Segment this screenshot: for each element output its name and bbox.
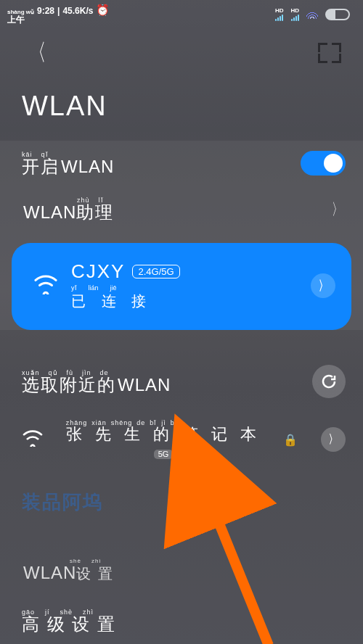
band-tag: 2.4G/5G xyxy=(132,265,179,278)
enable-wlan-row[interactable]: kāiqǐ 开启WLAN xyxy=(0,141,363,187)
back-button[interactable]: 〈 xyxy=(30,37,46,69)
connected-network-card[interactable]: CJXY 2.4G/5G yǐliánjiē 已 连 接 〉 xyxy=(12,243,351,330)
wlan-toggle[interactable] xyxy=(301,151,346,176)
status-am: 上午 xyxy=(7,15,34,24)
wifi-icon xyxy=(33,274,58,297)
alarm-icon: ⏰ xyxy=(96,4,108,17)
page-title: WLAN xyxy=(0,69,363,135)
network-details-button[interactable]: 〉 xyxy=(311,273,335,298)
hd-indicator-2: HD xyxy=(290,8,299,21)
battery-icon xyxy=(325,9,350,20)
wifi-icon xyxy=(22,429,44,450)
status-time: 9:28 xyxy=(37,6,54,16)
chevron-right-icon: 〉 xyxy=(332,199,343,220)
scan-qr-button[interactable] xyxy=(318,43,341,63)
band-tag: 5G xyxy=(154,450,174,459)
nearby-network-item[interactable]: zhāngxiānshēngdebǐjìběn 张 先 生 的 笔 记 本 5G… xyxy=(0,405,363,472)
hd-indicator-1: HD xyxy=(275,8,284,21)
wifi-status-icon xyxy=(306,10,318,19)
advanced-settings-row[interactable]: gāojíshèzhì 高 级 设 置 xyxy=(0,585,363,633)
connected-status: 已 连 接 xyxy=(71,292,298,311)
nearby-section-header: xuǎnqǔfùjìnde 选取附近的WLAN xyxy=(0,336,363,405)
connected-ssid: CJXY xyxy=(71,260,125,283)
watermark: 装品阿坞 xyxy=(0,472,363,515)
network-options-button[interactable]: 〉 xyxy=(321,427,346,452)
status-speed: 45.6K/s xyxy=(62,6,93,16)
nearby-ssid: 张 先 生 的 笔 记 本 xyxy=(66,426,261,442)
wlan-settings-row[interactable]: shèzhì WLAN 设 置 xyxy=(0,515,363,585)
refresh-button[interactable] xyxy=(312,365,346,398)
lock-icon: 🔒 xyxy=(283,433,298,447)
status-bar: shàng wǔ 上午 9:28 | 45.6K/s ⏰ HD HD xyxy=(0,0,363,24)
wlan-assistant-row[interactable]: zhùlǐ WLAN助理 〉 xyxy=(0,187,363,233)
